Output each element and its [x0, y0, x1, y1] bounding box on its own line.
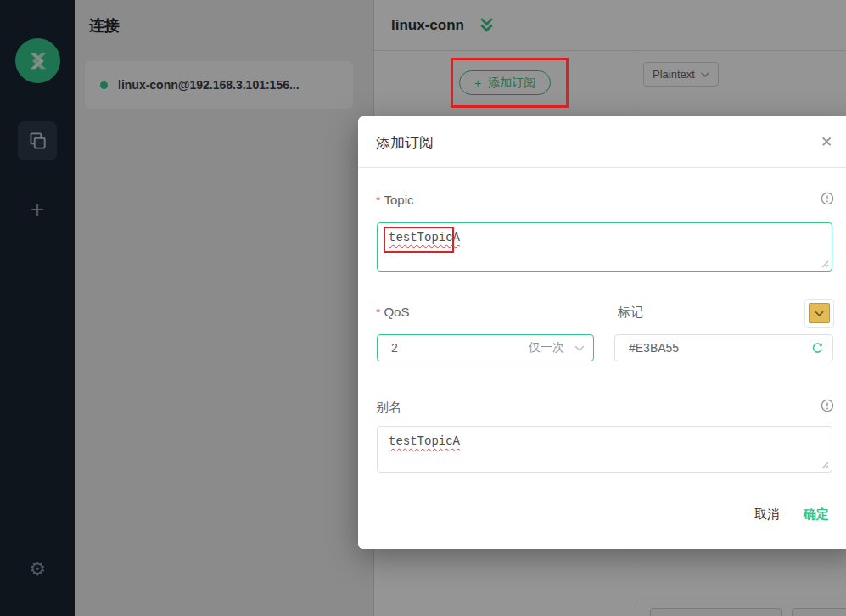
qos-label: QoS — [384, 305, 409, 319]
alias-label: 别名 — [376, 400, 401, 416]
app-window: + ⚙ 连接 linux-conn@192.168.3.101:156... l… — [0, 0, 846, 616]
qos-select[interactable]: 2 仅一次 — [377, 334, 594, 361]
color-label: 标记 — [618, 305, 643, 321]
cancel-button[interactable]: 取消 — [754, 507, 780, 523]
resize-grip-icon[interactable] — [821, 462, 829, 469]
confirm-button[interactable]: 确定 — [804, 507, 829, 523]
topic-info-icon[interactable] — [821, 192, 834, 205]
alias-info-icon[interactable] — [821, 399, 834, 412]
dialog-footer: 取消 确定 — [754, 507, 829, 523]
close-icon[interactable]: ✕ — [816, 132, 837, 152]
color-value-input[interactable]: #E3BA55 — [614, 334, 833, 361]
topic-value: testTopicA — [389, 231, 460, 244]
color-swatch — [809, 303, 830, 323]
qos-value: 2 — [391, 341, 529, 355]
dialog-header: 添加订阅 ✕ — [358, 116, 846, 168]
add-subscription-dialog: 添加订阅 ✕ * Topic testTopicA * QoS 2 仅一次 — [358, 116, 846, 549]
resize-grip-icon[interactable] — [821, 260, 829, 268]
color-label-row: 标记 — [618, 305, 643, 321]
alias-value: testTopicA — [389, 434, 460, 448]
topic-textarea[interactable]: testTopicA — [377, 222, 832, 272]
qos-label-row: * QoS — [376, 305, 409, 319]
alias-textarea[interactable]: testTopicA — [377, 426, 832, 473]
color-picker-trigger[interactable] — [804, 299, 834, 328]
topic-label-row: * Topic — [376, 193, 413, 207]
required-asterisk: * — [376, 305, 380, 319]
chevron-down-icon — [815, 311, 824, 316]
required-asterisk: * — [376, 193, 380, 207]
dialog-title: 添加订阅 — [376, 133, 434, 153]
refresh-icon[interactable] — [811, 342, 824, 355]
alias-label-row: 别名 — [376, 400, 401, 416]
chevron-down-icon — [574, 345, 585, 351]
color-value: #E3BA55 — [629, 341, 811, 355]
topic-label: Topic — [384, 193, 413, 207]
qos-value-desc: 仅一次 — [529, 340, 564, 356]
